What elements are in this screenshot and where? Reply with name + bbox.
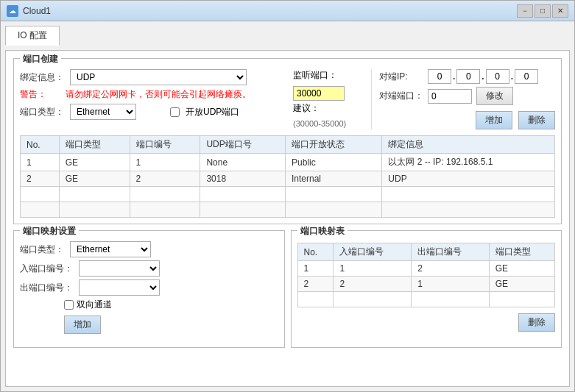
row2-type: GE <box>59 171 130 187</box>
window-title: Cloud1 <box>23 6 517 16</box>
ip-octet-3[interactable] <box>486 69 509 84</box>
map-col-in: 入端口编号 <box>334 243 412 261</box>
remote-area: 对端IP: . . . 对端 <box>371 69 555 129</box>
table-row-empty <box>21 202 555 218</box>
tab-io-config[interactable]: IO 配置 <box>5 26 60 46</box>
col-udp: UDP端口号 <box>200 136 286 154</box>
title-buttons: － □ ✕ <box>517 4 568 18</box>
port-table: No. 端口类型 端口编号 UDP端口号 端口开放状态 绑定信息 1 <box>20 135 555 218</box>
row1-status: Public <box>286 154 382 171</box>
maximize-button[interactable]: □ <box>535 4 551 18</box>
port-type-label: 端口类型： <box>20 106 64 118</box>
mapping-port-type-row: 端口类型： Ethernet <box>20 241 278 257</box>
table-row[interactable]: 2 GE 2 3018 Internal UDP <box>21 171 555 187</box>
map-table-row[interactable]: 1 1 2 GE <box>297 261 555 277</box>
input-port-label: 入端口编号： <box>20 263 73 275</box>
port-table-container: No. 端口类型 端口编号 UDP端口号 端口开放状态 绑定信息 1 <box>20 135 555 218</box>
row1-type: GE <box>59 154 130 171</box>
remote-port-row: 对端端口： 修改 <box>379 87 555 105</box>
col-status: 端口开放状态 <box>286 136 382 154</box>
ip-inputs: . . . <box>428 69 538 84</box>
row1-number: 1 <box>130 154 200 171</box>
map-row1-no: 1 <box>297 261 334 277</box>
input-port-row: 入端口编号： <box>20 260 278 277</box>
delete-port-button[interactable]: 删除 <box>518 111 555 129</box>
title-bar: ☁ Cloud1 － □ ✕ <box>1 1 574 21</box>
bidirectional-row: 双向通道 <box>64 299 278 311</box>
map-table-row[interactable]: 2 2 1 GE <box>297 277 555 292</box>
output-port-row: 出端口编号： <box>20 279 278 296</box>
col-number: 端口编号 <box>130 136 200 154</box>
bottom-sections: 端口映射设置 端口类型： Ethernet 入端口编号： <box>13 230 562 348</box>
mapping-table-container: No. 入端口编号 出端口编号 端口类型 1 1 2 <box>297 243 556 307</box>
map-row2-no: 2 <box>297 277 334 292</box>
row2-number: 2 <box>130 171 200 187</box>
main-window: ☁ Cloud1 － □ ✕ IO 配置 端口创建 <box>0 0 575 392</box>
map-row1-in: 1 <box>334 261 412 277</box>
main-content: 端口创建 绑定信息： UDP 警告： <box>5 50 570 387</box>
map-table-row-empty <box>297 292 555 307</box>
window-icon: ☁ <box>7 5 18 17</box>
remote-port-label: 对端端口： <box>379 90 423 102</box>
minimize-button[interactable]: － <box>517 4 533 18</box>
mapping-delete-button[interactable]: 删除 <box>518 313 555 332</box>
port-mapping-settings-section: 端口映射设置 端口类型： Ethernet 入端口编号： <box>13 230 285 348</box>
ip-octet-4[interactable] <box>515 69 538 84</box>
mapping-delete-btn-row: 删除 <box>297 313 556 332</box>
window-body: IO 配置 端口创建 绑定信息： UDP <box>1 21 574 391</box>
ip-octet-2[interactable] <box>456 69 480 84</box>
col-type: 端口类型 <box>59 136 130 154</box>
map-row2-in: 2 <box>334 277 412 292</box>
suggestion-text: (30000-35000) <box>293 119 359 128</box>
ip-octet-1[interactable] <box>428 69 451 84</box>
table-row[interactable]: 1 GE 1 None Public 以太网 2 -- IP: 192.168.… <box>21 154 555 171</box>
map-row1-out: 2 <box>412 261 490 277</box>
tab-bar: IO 配置 <box>5 26 570 46</box>
port-type-row: 端口类型： Ethernet 开放UDP端口 <box>20 104 281 120</box>
warning-row: 警告： 请勿绑定公网网卡，否则可能会引起网络瘫痪。 <box>20 88 281 101</box>
bidirectional-checkbox[interactable] <box>64 300 74 310</box>
map-col-type: 端口类型 <box>489 243 554 261</box>
port-type-select[interactable]: Ethernet <box>70 104 136 120</box>
mapping-settings-title: 端口映射设置 <box>20 225 79 238</box>
open-udp-label: 开放UDP端口 <box>186 106 239 118</box>
map-col-no: No. <box>297 243 334 261</box>
row2-bind: UDP <box>382 171 555 187</box>
mapping-table-title: 端口映射表 <box>297 225 348 238</box>
mapping-add-btn-row: 增加 <box>64 316 278 334</box>
remote-port-input[interactable] <box>428 89 472 104</box>
table-row-empty <box>21 187 555 202</box>
output-port-label: 出端口编号： <box>20 282 73 294</box>
warning-message: 请勿绑定公网网卡，否则可能会引起网络瘫痪。 <box>66 88 251 101</box>
listen-port-label: 监听端口： <box>293 69 337 82</box>
listen-port-input[interactable]: 30000 <box>293 86 345 101</box>
mapping-port-type-label: 端口类型： <box>20 243 64 256</box>
remote-ip-label: 对端IP: <box>379 71 423 83</box>
map-row2-type: GE <box>489 277 554 292</box>
port-creation-section: 端口创建 绑定信息： UDP 警告： <box>13 58 562 224</box>
port-mapping-table-section: 端口映射表 No. 入端口编号 出端口编号 端口类型 <box>291 230 562 348</box>
add-port-button[interactable]: 增加 <box>476 111 512 129</box>
col-bind: 绑定信息 <box>382 136 555 154</box>
port-creation-form: 绑定信息： UDP 警告： 请勿绑定公网网卡，否则可能会引起网络瘫痪。 <box>20 69 281 123</box>
map-row1-type: GE <box>489 261 554 277</box>
modify-button[interactable]: 修改 <box>476 87 513 105</box>
output-port-select[interactable] <box>79 279 160 296</box>
mapping-add-button[interactable]: 增加 <box>64 316 101 334</box>
mapping-port-type-select[interactable]: Ethernet <box>70 241 151 257</box>
open-udp-checkbox[interactable] <box>170 107 180 117</box>
row1-bind: 以太网 2 -- IP: 192.168.5.1 <box>382 154 555 171</box>
close-button[interactable]: ✕ <box>552 4 568 18</box>
listen-port-area: 监听端口： 30000 建议： (30000-35000) <box>293 69 359 128</box>
suggestion-label: 建议： <box>293 102 320 115</box>
row2-no: 2 <box>21 171 60 187</box>
bind-info-select[interactable]: UDP <box>70 69 247 85</box>
row2-status: Internal <box>286 171 382 187</box>
row2-udp: 3018 <box>200 171 286 187</box>
suggestion-row: 建议： <box>293 102 359 115</box>
row1-udp: None <box>200 154 286 171</box>
map-row2-out: 1 <box>412 277 490 292</box>
mapping-table: No. 入端口编号 出端口编号 端口类型 1 1 2 <box>297 243 556 307</box>
warning-label: 警告： <box>20 88 57 101</box>
input-port-select[interactable] <box>79 260 160 277</box>
